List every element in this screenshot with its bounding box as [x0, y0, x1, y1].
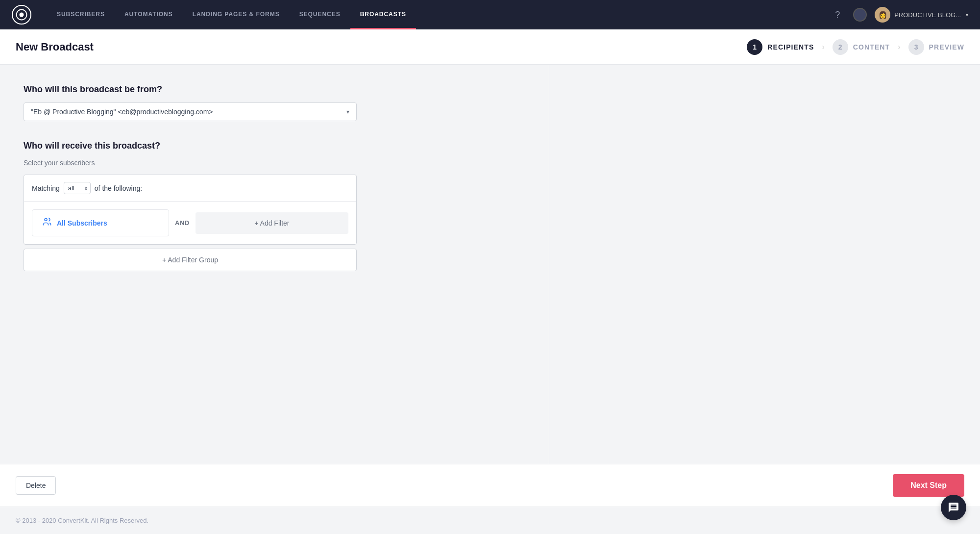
step-arrow-1: ›	[822, 43, 824, 51]
recipients-desc: Select your subscribers	[24, 159, 525, 167]
sender-section: Who will this broadcast be from? "Eb @ P…	[24, 84, 525, 121]
all-subscribers-chip[interactable]: All Subscribers	[32, 209, 169, 236]
sender-dropdown[interactable]: "Eb @ Productive Blogging" <eb@productiv…	[24, 102, 357, 121]
nav-right: ? 👩 PRODUCTIVE BLOG... ▾	[830, 7, 968, 23]
bottom-footer: © 2013 - 2020 ConvertKit. All Rights Res…	[0, 507, 980, 534]
user-name: PRODUCTIVE BLOG...	[894, 11, 961, 19]
matching-select-wrap[interactable]: all any	[64, 182, 91, 194]
sender-label: Who will this broadcast be from?	[24, 84, 525, 95]
filter-header: Matching all any of the following:	[24, 175, 356, 202]
help-button[interactable]: ?	[830, 7, 845, 23]
filter-box: Matching all any of the following:	[24, 175, 357, 245]
sender-caret-icon: ▾	[346, 108, 349, 115]
nav-status-circle	[853, 8, 867, 22]
nav-landing-pages[interactable]: LANDING PAGES & FORMS	[183, 0, 290, 29]
copyright-text: © 2013 - 2020 ConvertKit. All Rights Res…	[16, 517, 148, 524]
add-filter-group-button[interactable]: + Add Filter Group	[24, 249, 357, 271]
subscribers-icon	[42, 217, 52, 229]
steps-indicator: 1 RECIPIENTS › 2 CONTENT › 3 PREVIEW	[747, 39, 964, 55]
right-panel	[549, 65, 725, 464]
of-following-label: of the following:	[95, 184, 142, 192]
page-title: New Broadcast	[16, 41, 747, 53]
all-subscribers-label: All Subscribers	[57, 219, 107, 227]
step-3-num: 3	[908, 39, 924, 55]
user-caret: ▾	[966, 12, 968, 18]
nav-automations[interactable]: AUTOMATIONS	[115, 0, 183, 29]
recipients-section: Who will receive this broadcast? Select …	[24, 141, 525, 271]
nav-items: SUBSCRIBERS AUTOMATIONS LANDING PAGES & …	[47, 0, 830, 29]
step-2-label: CONTENT	[853, 43, 890, 51]
nav-user-menu[interactable]: 👩 PRODUCTIVE BLOG... ▾	[875, 7, 968, 23]
step-2-num: 2	[833, 39, 848, 55]
matching-label: Matching	[32, 184, 60, 192]
main-content: Who will this broadcast be from? "Eb @ P…	[0, 65, 980, 464]
navigation: SUBSCRIBERS AUTOMATIONS LANDING PAGES & …	[0, 0, 980, 29]
svg-point-1	[20, 13, 24, 17]
step-1-num: 1	[747, 39, 762, 55]
and-label: AND	[175, 219, 190, 227]
step-3-label: PREVIEW	[929, 43, 964, 51]
nav-broadcasts[interactable]: BROADCASTS	[350, 0, 416, 29]
chat-bubble-button[interactable]	[941, 495, 966, 520]
delete-button[interactable]: Delete	[16, 476, 56, 495]
recipients-label: Who will receive this broadcast?	[24, 141, 525, 151]
step-1-label: RECIPIENTS	[767, 43, 814, 51]
header-bar: New Broadcast 1 RECIPIENTS › 2 CONTENT ›…	[0, 29, 980, 65]
next-step-button[interactable]: Next Step	[893, 474, 964, 497]
filter-body: All Subscribers AND + Add Filter	[24, 202, 356, 244]
step-3: 3 PREVIEW	[908, 39, 964, 55]
nav-subscribers[interactable]: SUBSCRIBERS	[47, 0, 115, 29]
footer: Delete Next Step	[0, 464, 980, 507]
avatar: 👩	[875, 7, 890, 23]
add-filter-button[interactable]: + Add Filter	[196, 212, 348, 234]
nav-sequences[interactable]: SEQUENCES	[290, 0, 350, 29]
step-arrow-2: ›	[898, 43, 900, 51]
svg-point-2	[45, 218, 47, 221]
matching-select[interactable]: all any	[64, 182, 91, 194]
step-2: 2 CONTENT	[833, 39, 890, 55]
step-1: 1 RECIPIENTS	[747, 39, 814, 55]
form-area: Who will this broadcast be from? "Eb @ P…	[0, 65, 549, 464]
sender-value: "Eb @ Productive Blogging" <eb@productiv…	[31, 108, 213, 116]
logo[interactable]	[12, 5, 31, 25]
